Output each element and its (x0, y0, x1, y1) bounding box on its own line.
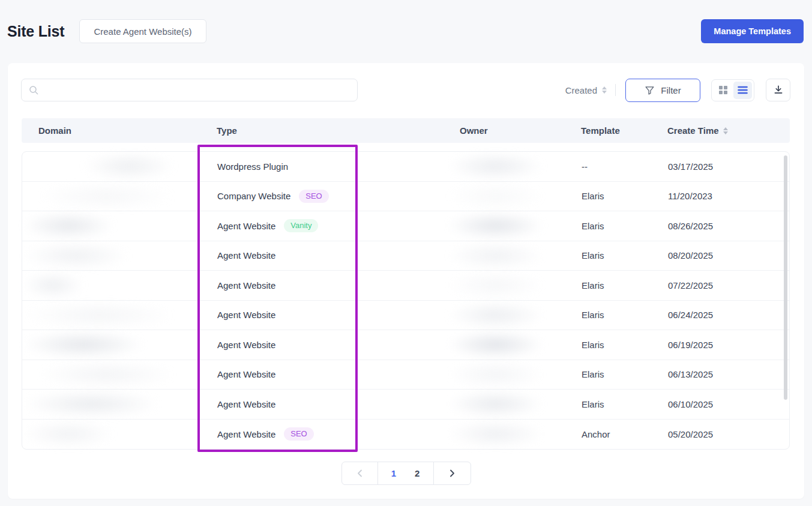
download-button[interactable] (766, 79, 790, 101)
table-row[interactable]: Agent Website Elaris 06/19/2025 (22, 330, 789, 360)
search-box[interactable] (21, 79, 358, 101)
table-header: Domain Type Owner Template Create Time (22, 118, 790, 143)
table-row[interactable]: Agent Website Elaris 06/13/2025 (22, 360, 789, 390)
domain-cell-redacted (39, 420, 217, 448)
manage-templates-button[interactable]: Manage Templates (701, 19, 804, 43)
domain-cell-redacted (39, 212, 217, 239)
filter-button-label: Filter (661, 85, 681, 95)
pagination: 1 2 (8, 462, 804, 485)
type-badge: SEO (284, 427, 313, 441)
site-list-page: Site List Create Agent Website(s) Manage… (0, 0, 812, 506)
template-cell: Elaris (582, 340, 668, 350)
template-cell: Elaris (582, 280, 668, 291)
redacted-owner-blur (448, 212, 544, 239)
create-time-cell: 08/20/2025 (668, 250, 789, 261)
owner-cell-redacted (460, 301, 582, 329)
template-cell: Elaris (582, 250, 668, 261)
view-toggle (711, 79, 754, 101)
create-time-cell: 06/19/2025 (668, 340, 789, 350)
owner-cell-redacted (460, 242, 582, 270)
sort-carets-icon (602, 86, 607, 94)
created-sort-control[interactable]: Created (565, 85, 607, 95)
type-cell: Wordpress Plugin (217, 161, 460, 172)
table-row[interactable]: Agent Website Elaris 06/24/2025 (22, 301, 789, 331)
redacted-domain-blur (23, 331, 175, 358)
create-agent-website-button[interactable]: Create Agent Website(s) (79, 19, 206, 43)
grid-view-button[interactable] (714, 82, 733, 99)
type-badge: SEO (299, 190, 328, 203)
create-time-cell: 06/10/2025 (668, 399, 789, 409)
page-title: Site List (7, 23, 64, 40)
template-cell: Elaris (582, 399, 668, 409)
create-time-cell: 08/26/2025 (668, 221, 789, 231)
redacted-owner-blur (448, 301, 544, 329)
created-sort-label: Created (565, 85, 597, 95)
redacted-owner-blur (448, 242, 544, 270)
template-cell: Elaris (582, 191, 668, 201)
owner-cell-redacted (460, 182, 582, 210)
column-header-create-time[interactable]: Create Time (667, 125, 790, 136)
table-row[interactable]: Agent Website Elaris 08/20/2025 (22, 241, 789, 271)
table-body: Wordpress Plugin -- 03/17/2025 Company W… (22, 152, 789, 449)
owner-cell-redacted (460, 361, 582, 388)
search-icon (29, 85, 38, 95)
table-scrollbar[interactable] (784, 155, 787, 400)
redacted-domain-blur (23, 361, 175, 388)
table-row[interactable]: Agent Website Vanity Elaris 08/26/2025 (22, 211, 789, 241)
template-cell: Anchor (582, 429, 668, 439)
toolbar-divider (615, 84, 616, 96)
create-time-cell: 06/13/2025 (668, 369, 789, 379)
column-header-type: Type (217, 125, 460, 136)
redacted-domain-blur (23, 420, 175, 448)
list-view-icon (738, 86, 748, 94)
column-header-domain: Domain (38, 125, 217, 136)
site-type-label: Agent Website (217, 429, 275, 439)
create-time-cell: 07/22/2025 (668, 280, 789, 291)
redacted-owner-blur (448, 390, 544, 418)
domain-cell-redacted (39, 361, 217, 388)
template-cell: Elaris (582, 310, 668, 320)
redacted-owner-blur (448, 182, 544, 210)
site-type-label: Company Website (217, 191, 290, 201)
search-input[interactable] (44, 85, 350, 95)
table-row[interactable]: Agent Website Elaris 07/22/2025 (22, 271, 789, 301)
site-type-label: Agent Website (217, 280, 275, 291)
list-view-button[interactable] (733, 82, 753, 99)
template-cell: -- (582, 161, 668, 172)
owner-cell-redacted (460, 271, 582, 299)
pagination-page-1[interactable]: 1 (388, 467, 399, 480)
owner-cell-redacted (460, 331, 582, 358)
pagination-prev-button[interactable] (341, 462, 378, 485)
redacted-domain-blur (23, 271, 175, 299)
domain-cell-redacted (39, 152, 217, 180)
type-badge: Vanity (284, 219, 318, 232)
table-row[interactable]: Wordpress Plugin -- 03/17/2025 (22, 152, 789, 182)
column-header-template: Template (581, 125, 667, 136)
type-cell: Agent Website (217, 280, 460, 291)
page-header: Site List Create Agent Website(s) Manage… (7, 19, 804, 43)
type-cell: Agent Website (217, 310, 460, 320)
filter-button[interactable]: Filter (625, 79, 700, 102)
redacted-domain-blur (23, 152, 175, 180)
table-row[interactable]: Company Website SEO Elaris 11/20/2023 (22, 182, 789, 212)
redacted-owner-blur (448, 361, 544, 388)
table-row[interactable]: Agent Website SEO Anchor 05/20/2025 (22, 420, 789, 450)
type-cell: Agent Website (217, 399, 460, 409)
grid-view-icon (719, 86, 727, 94)
domain-cell-redacted (39, 331, 217, 358)
domain-cell-redacted (39, 271, 217, 299)
redacted-domain-blur (23, 212, 175, 239)
type-cell: Agent Website (217, 250, 460, 261)
redacted-domain-blur (23, 182, 175, 210)
owner-cell-redacted (460, 212, 582, 239)
table-row[interactable]: Agent Website Elaris 06/10/2025 (22, 390, 789, 420)
redacted-domain-blur (23, 242, 175, 270)
pagination-next-button[interactable] (433, 462, 471, 485)
site-type-label: Agent Website (217, 369, 275, 379)
site-type-label: Agent Website (217, 310, 275, 320)
create-time-cell: 11/20/2023 (668, 191, 789, 201)
template-cell: Elaris (582, 221, 668, 231)
create-time-cell: 06/24/2025 (668, 310, 789, 320)
pagination-page-2[interactable]: 2 (412, 467, 423, 480)
pagination-pages: 1 2 (377, 462, 434, 485)
